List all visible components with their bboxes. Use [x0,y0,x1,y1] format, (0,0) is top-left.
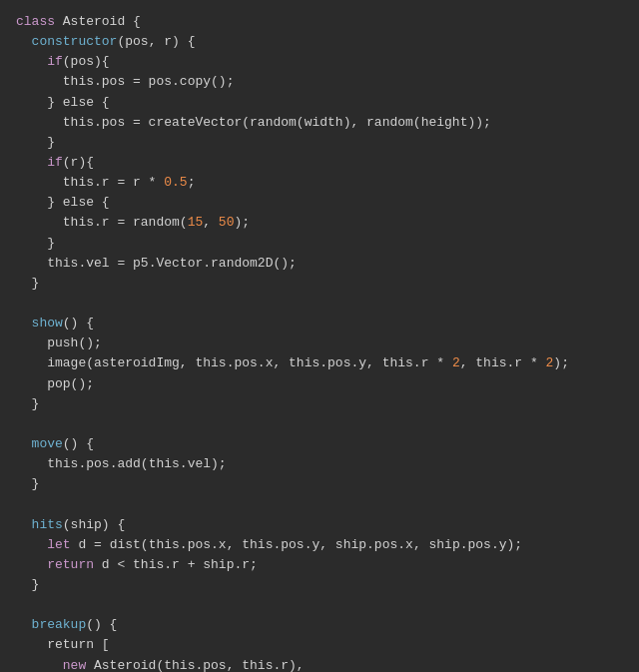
code-line: } [16,234,623,254]
code-line: } [16,474,623,494]
code-line: if(pos){ [16,52,623,72]
code-line: image(asteroidImg, this.pos.x, this.pos.… [16,353,623,373]
code-line: if(r){ [16,153,623,173]
code-line: } [16,274,623,294]
code-line: this.r = random(15, 50); [16,213,623,233]
code-line: this.pos = pos.copy(); [16,72,623,92]
code-line: this.vel = p5.Vector.random2D(); [16,254,623,274]
code-line: breakup() { [16,615,623,635]
code-line: push(); [16,334,623,353]
code-line: new Asteroid(this.pos, this.r), [16,656,623,673]
code-line: this.r = r * 0.5; [16,173,623,193]
code-block: class Asteroid { constructor(pos, r) { i… [16,12,623,672]
code-line [16,595,623,615]
code-line: show() { [16,314,623,334]
code-line: } [16,575,623,595]
code-line: return [ [16,635,623,655]
code-line: constructor(pos, r) { [16,32,623,52]
code-line [16,414,623,434]
code-line [16,494,623,514]
code-line: } else { [16,193,623,213]
code-line: } else { [16,93,623,113]
code-line: hits(ship) { [16,515,623,535]
code-line: class Asteroid { [16,12,623,32]
code-line: move() { [16,434,623,454]
code-line: } [16,394,623,414]
code-line: } [16,133,623,153]
code-line: pop(); [16,374,623,394]
code-line: this.pos = createVector(random(width), r… [16,113,623,133]
code-line: return d < this.r + ship.r; [16,555,623,575]
code-line: this.pos.add(this.vel); [16,454,623,474]
code-line: let d = dist(this.pos.x, this.pos.y, shi… [16,535,623,555]
code-line [16,294,623,314]
